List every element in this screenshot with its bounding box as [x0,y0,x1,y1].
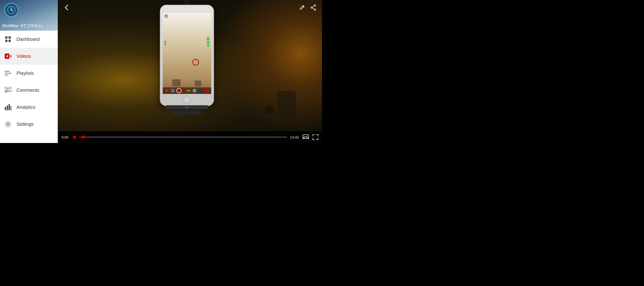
svg-rect-15 [5,87,11,91]
back-button[interactable] [64,4,70,11]
playlists-icon [5,70,11,77]
svg-marker-14 [10,73,11,74]
sidebar-item-label-dashboard: Dashboard [16,37,40,42]
progress-dot [82,135,85,139]
sidebar-item-comments[interactable]: Comments [0,82,58,99]
svg-point-23 [7,123,9,125]
svg-rect-6 [5,40,8,42]
video-background[interactable]: ◀ ⊕ ⬇ [58,0,322,134]
dashboard-icon [5,36,11,43]
analytics-icon [5,104,11,110]
edit-button[interactable] [299,5,306,11]
svg-point-25 [314,5,316,6]
nav-list: Dashboard Videos [0,31,58,143]
sidebar-item-label-videos: Videos [16,54,31,59]
cast-button[interactable] [303,135,309,140]
sidebar-item-analytics[interactable]: Analytics [0,99,58,116]
sidebar: 9to5Mac 9T⊙5Mac ▼ Dashboard [0,0,58,143]
settings-icon [5,121,11,127]
svg-point-3 [11,10,12,10]
total-time: 13:42 [290,135,299,139]
svg-marker-9 [10,55,11,58]
channel-header[interactable]: 9to5Mac 9T⊙5Mac ▼ [0,0,58,31]
chevron-down-icon[interactable]: ▼ [46,24,50,28]
sidebar-item-playlists[interactable]: Playlists [0,65,58,82]
svg-rect-19 [5,107,6,110]
videos-icon [5,53,11,60]
current-time: 0:00 [62,135,70,139]
sidebar-item-settings[interactable]: Settings [0,116,58,133]
video-area: ◀ ⊕ ⬇ [58,0,322,143]
svg-line-28 [312,6,314,7]
channel-logo [4,3,18,17]
channel-name-row[interactable]: 9to5Mac 9T⊙5Mac ▼ [2,23,56,29]
sidebar-item-label-settings: Settings [16,122,34,127]
comments-icon [5,87,11,93]
play-indicator-dot [73,135,76,139]
fullscreen-button[interactable] [312,134,318,140]
channel-logo-text: 9T⊙5Mac [21,23,44,29]
video-top-bar [58,0,322,15]
sidebar-item-videos[interactable]: Videos [0,48,58,65]
svg-rect-21 [8,104,10,110]
progress-bar[interactable] [79,137,287,138]
top-right-icons [299,5,316,11]
video-controls-bar: 0:00 13:42 [58,131,322,143]
svg-rect-22 [10,106,11,110]
svg-rect-5 [8,36,11,39]
svg-rect-20 [6,106,8,110]
svg-point-26 [311,7,312,8]
sidebar-item-label-playlists: Playlists [16,71,34,76]
sidebar-item-label-comments: Comments [16,88,39,93]
svg-rect-4 [5,36,8,39]
channel-name: 9to5Mac [2,24,19,29]
svg-rect-7 [8,40,11,42]
sidebar-item-dashboard[interactable]: Dashboard [0,31,58,48]
svg-line-29 [312,8,314,10]
svg-point-27 [314,9,316,10]
sidebar-item-label-analytics: Analytics [16,105,35,110]
phone-on-tripod: ◀ ⊕ ⬇ [156,5,218,118]
share-button[interactable] [310,5,316,11]
